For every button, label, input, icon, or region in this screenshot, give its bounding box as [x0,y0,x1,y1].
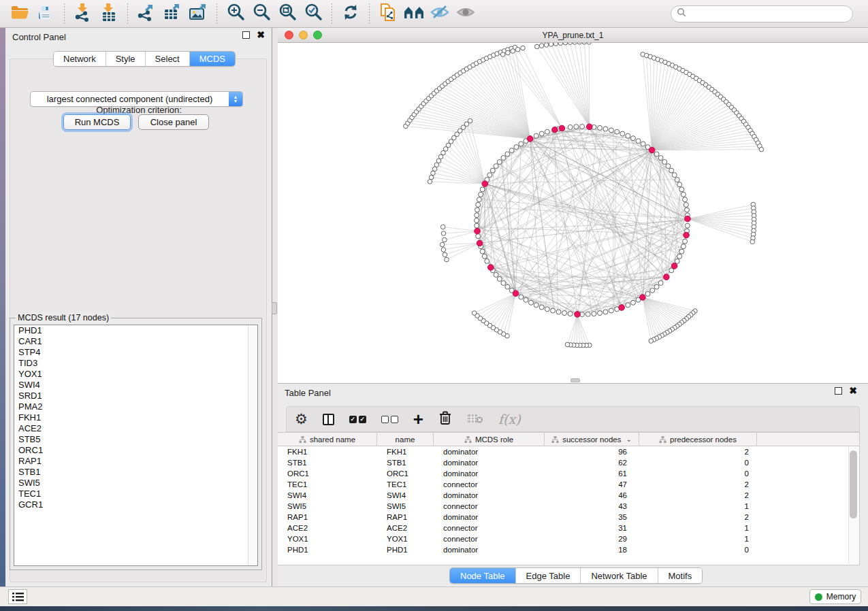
list-scrollbar[interactable] [248,325,257,565]
tab-style[interactable]: Style [106,52,146,66]
close-window-icon[interactable] [285,31,293,39]
list-item[interactable]: SWI4 [14,380,257,391]
list-item[interactable]: ORC1 [14,445,257,456]
column-header-mcds-role[interactable]: MCDS role [434,433,545,446]
float-panel-icon[interactable] [835,387,842,395]
run-mcds-button[interactable]: Run MCDS [63,114,131,130]
tab-mcds[interactable]: MCDS [190,52,235,66]
memory-button[interactable]: Memory [809,589,861,604]
list-item[interactable]: STB1 [14,467,257,478]
list-item[interactable]: YOX1 [14,369,257,380]
horizontal-splitter-handle[interactable] [570,378,580,382]
tab-network[interactable]: Network [54,52,106,66]
network-graph[interactable] [278,43,868,383]
table-row[interactable]: YOX1YOX1connector291 [278,533,859,544]
open-session-button[interactable] [8,3,31,24]
table-scrollbar-thumb[interactable] [850,450,857,518]
hide-selected-button[interactable] [428,3,451,24]
list-item[interactable]: STP4 [14,347,257,358]
table-row[interactable]: PHD1PHD1dominator180 [278,544,859,555]
export-table-button[interactable] [161,3,184,24]
network-window-titlebar[interactable]: YPA_prune.txt_1 [278,28,868,43]
list-item[interactable]: PMA2 [14,401,257,412]
duplicate-network-button[interactable] [376,3,400,24]
minimize-window-icon[interactable] [299,31,308,39]
table-row[interactable]: ACE2ACE2connector311 [278,523,859,533]
export-network-button[interactable] [135,3,158,24]
add-column-button[interactable]: + [413,411,423,427]
maximize-window-icon[interactable] [313,31,322,39]
table-cell: STB1 [377,459,434,467]
list-item[interactable]: TID3 [14,358,257,369]
plus-icon: + [413,412,423,426]
save-session-button[interactable] [34,3,57,24]
table-row[interactable]: SWI5SWI5connector431 [278,501,859,512]
table-row[interactable]: FKH1FKH1dominator962 [278,446,859,457]
list-item[interactable]: FKH1 [14,412,257,423]
list-item[interactable]: SRD1 [14,391,257,401]
mcds-result-list[interactable]: PHD1CAR1STP4TID3YOX1SWI4SRD1PMA2FKH1ACE2… [14,325,258,566]
export-image-button[interactable] [187,3,210,24]
column-header-predecessor-nodes[interactable]: predecessor nodes [639,433,757,446]
table-cell: dominator [434,459,545,467]
close-panel-icon[interactable]: ✖ [849,387,857,395]
memory-status-icon [815,593,822,601]
list-item[interactable]: PHD1 [14,325,257,336]
search-input[interactable] [690,9,847,18]
import-table-button[interactable] [97,3,120,24]
column-header-successor-nodes[interactable]: successor nodes ⌄ [545,433,639,446]
list-item[interactable]: ACE2 [14,423,257,434]
float-panel-icon[interactable] [242,31,250,39]
tab-select[interactable]: Select [146,52,190,66]
list-item[interactable]: CAR1 [14,336,257,347]
selected-option: largest connected component (undirected) [31,94,229,104]
control-panel-tabs: Network Style Select MCDS [53,51,236,67]
refresh-view-button[interactable] [339,3,362,24]
tab-edge-table[interactable]: Edge Table [516,568,581,583]
close-panel-icon[interactable]: ✖ [257,31,265,39]
network-canvas[interactable] [278,43,868,383]
column-header-name[interactable]: name [377,433,434,446]
vertical-splitter-handle[interactable] [272,302,277,314]
delete-table-icon [467,413,483,426]
list-item[interactable]: TEC1 [14,489,257,499]
zoom-fit-button[interactable] [276,3,299,24]
search-field[interactable] [671,5,853,22]
save-session-icon [37,4,54,23]
table-cell: SWI4 [278,491,377,499]
status-bar: Memory [0,587,868,606]
table-row[interactable]: ORC1ORC1dominator610 [278,468,859,479]
tab-motifs[interactable]: Motifs [658,568,703,583]
duplicate-network-icon [379,3,398,24]
zoom-selected-button[interactable] [302,3,325,24]
toggle-panel-button[interactable] [8,589,27,604]
delete-column-button[interactable] [438,411,452,427]
table-toolbar: ⚙ ✓✓ + f(x) [286,406,860,432]
tab-network-table[interactable]: Network Table [581,568,658,583]
list-item[interactable]: RAP1 [14,456,257,467]
close-panel-button[interactable]: Close panel [138,114,209,130]
table-cell: dominator [434,448,545,456]
optimization-criterion-select[interactable]: largest connected component (undirected)… [30,91,243,107]
table-row[interactable]: TEC1TEC1connector472 [278,479,859,490]
first-neighbors-button[interactable] [402,3,425,24]
table-row[interactable]: STB1STB1dominator620 [278,457,859,468]
show-columns-button[interactable] [323,411,334,427]
node-table-body: FKH1FKH1dominator962STB1STB1dominator620… [278,446,859,555]
table-scrollbar[interactable] [848,447,858,564]
table-row[interactable]: RAP1RAP1dominator352 [278,512,859,523]
deselect-all-button[interactable] [381,411,398,427]
list-item[interactable]: SWI5 [14,478,257,489]
select-all-button[interactable]: ✓✓ [349,411,366,427]
list-item[interactable]: GCR1 [14,499,257,510]
toolbar-separator [216,3,217,24]
search-icon [677,7,686,20]
table-settings-button[interactable]: ⚙ [295,411,308,427]
zoom-in-button[interactable] [224,3,247,24]
tab-node-table[interactable]: Node Table [450,568,516,583]
zoom-out-button[interactable] [250,3,273,24]
column-header-shared-name[interactable]: shared name [278,433,377,446]
table-row[interactable]: SWI4SWI4dominator462 [278,490,859,501]
list-item[interactable]: STB5 [14,434,257,445]
import-network-button[interactable] [71,3,95,24]
